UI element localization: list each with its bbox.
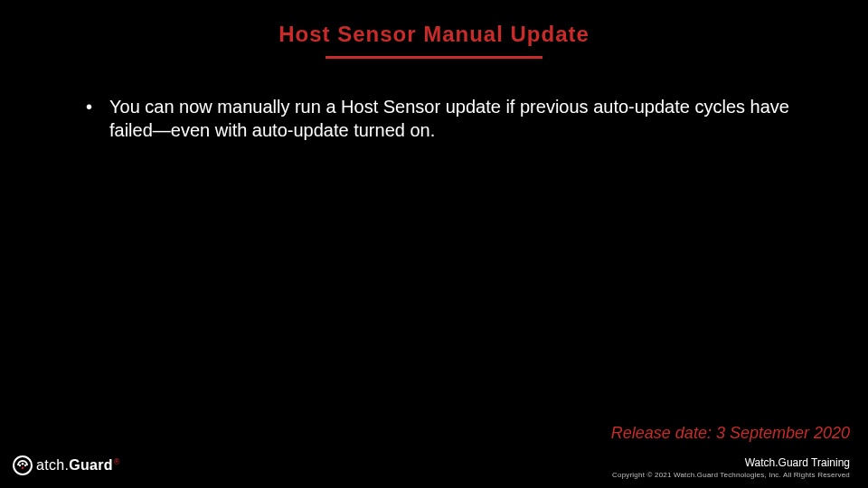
logo-registered: ® bbox=[114, 457, 120, 466]
svg-point-3 bbox=[24, 465, 26, 466]
svg-point-1 bbox=[19, 465, 21, 466]
svg-point-4 bbox=[22, 467, 24, 469]
slide: Host Sensor Manual Update You can now ma… bbox=[0, 0, 868, 488]
footer-training: Watch.Guard Training bbox=[612, 456, 850, 469]
brand-logo: atch.Guard® bbox=[13, 455, 120, 475]
svg-point-0 bbox=[14, 456, 32, 474]
footer-right: Watch.Guard Training Copyright © 2021 Wa… bbox=[612, 456, 850, 479]
svg-point-2 bbox=[22, 463, 24, 465]
bullet-item: You can now manually run a Host Sensor u… bbox=[86, 95, 814, 142]
logo-mark-icon bbox=[13, 455, 33, 475]
logo-text-part2: Guard bbox=[69, 457, 113, 473]
release-date: Release date: 3 September 2020 bbox=[611, 424, 850, 443]
slide-title: Host Sensor Manual Update bbox=[0, 0, 868, 47]
logo-text: atch.Guard® bbox=[36, 457, 120, 474]
logo-text-part1: atch. bbox=[36, 457, 69, 473]
content-area: You can now manually run a Host Sensor u… bbox=[0, 59, 868, 142]
footer-copyright: Copyright © 2021 Watch.Guard Technologie… bbox=[612, 471, 850, 479]
